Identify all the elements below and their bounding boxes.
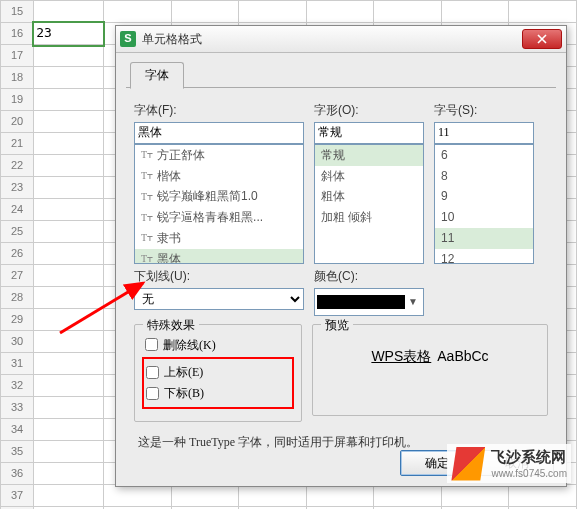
color-label: 颜色(C): <box>314 268 424 285</box>
row-header[interactable]: 16 <box>1 23 34 45</box>
watermark: 飞沙系统网 www.fs0745.com <box>447 444 571 483</box>
cell[interactable] <box>306 485 374 507</box>
font-label: 字体(F): <box>134 102 304 119</box>
superscript-checkbox[interactable]: 上标(E) <box>146 364 290 381</box>
row-header[interactable]: 37 <box>1 485 34 507</box>
cell[interactable] <box>34 309 104 331</box>
list-item[interactable]: 粗体 <box>315 186 423 207</box>
row-header[interactable]: 35 <box>1 441 34 463</box>
style-input[interactable] <box>314 122 424 144</box>
editing-cell[interactable]: 23 <box>34 23 104 45</box>
dialog-titlebar[interactable]: S 单元格格式 <box>116 26 566 53</box>
row-header[interactable]: 29 <box>1 309 34 331</box>
list-item[interactable]: 8 <box>435 166 533 187</box>
cell[interactable] <box>239 1 307 23</box>
row-header[interactable]: 33 <box>1 397 34 419</box>
cell[interactable] <box>34 243 104 265</box>
cell[interactable] <box>171 485 239 507</box>
close-icon <box>537 34 547 44</box>
cell[interactable] <box>34 111 104 133</box>
list-item[interactable]: Tᴛ黑体 <box>135 249 303 264</box>
row-header[interactable]: 22 <box>1 155 34 177</box>
cell[interactable] <box>34 397 104 419</box>
row-header[interactable]: 23 <box>1 177 34 199</box>
close-button[interactable] <box>522 29 562 49</box>
cell[interactable] <box>34 419 104 441</box>
cell[interactable] <box>171 1 239 23</box>
cell[interactable] <box>103 485 171 507</box>
row-header[interactable]: 15 <box>1 1 34 23</box>
cell[interactable] <box>34 155 104 177</box>
list-item[interactable]: 加粗 倾斜 <box>315 207 423 228</box>
cell[interactable] <box>441 485 509 507</box>
list-item[interactable]: 10 <box>435 207 533 228</box>
cell[interactable] <box>34 375 104 397</box>
size-input[interactable] <box>434 122 534 144</box>
list-item[interactable]: 6 <box>435 145 533 166</box>
list-item[interactable]: 斜体 <box>315 166 423 187</box>
row-header[interactable]: 21 <box>1 133 34 155</box>
font-color-picker[interactable]: ▼ <box>314 288 424 316</box>
cell[interactable] <box>34 133 104 155</box>
cell[interactable] <box>374 485 442 507</box>
dialog-title: 单元格格式 <box>142 31 522 48</box>
row-header[interactable]: 36 <box>1 463 34 485</box>
effects-group: 特殊效果 删除线(K) 上标(E) 下标(B) <box>134 324 302 422</box>
underline-select[interactable]: 无 <box>134 288 304 310</box>
row-header[interactable]: 18 <box>1 67 34 89</box>
cell[interactable] <box>34 221 104 243</box>
row-header[interactable]: 24 <box>1 199 34 221</box>
cell[interactable] <box>34 89 104 111</box>
cell[interactable] <box>509 485 577 507</box>
tab-font[interactable]: 字体 <box>130 62 184 89</box>
cell[interactable] <box>34 45 104 67</box>
cell[interactable] <box>239 485 307 507</box>
list-item[interactable]: 11 <box>435 228 533 249</box>
row-header[interactable]: 31 <box>1 353 34 375</box>
list-item[interactable]: Tᴛ隶书 <box>135 228 303 249</box>
row-header[interactable]: 20 <box>1 111 34 133</box>
font-listbox[interactable]: Tᴛ方正舒体Tᴛ楷体Tᴛ锐字巅峰粗黑简1.0Tᴛ锐字逼格青春粗黑...Tᴛ隶书T… <box>134 144 304 264</box>
font-input[interactable] <box>134 122 304 144</box>
cell[interactable] <box>34 67 104 89</box>
cell[interactable] <box>34 463 104 485</box>
style-listbox[interactable]: 常规斜体粗体加粗 倾斜 <box>314 144 424 264</box>
row-header[interactable]: 32 <box>1 375 34 397</box>
size-listbox[interactable]: 689101112 <box>434 144 534 264</box>
row-header[interactable]: 28 <box>1 287 34 309</box>
cell[interactable] <box>34 265 104 287</box>
cell[interactable] <box>34 441 104 463</box>
row-header[interactable]: 25 <box>1 221 34 243</box>
cell[interactable] <box>34 177 104 199</box>
list-item[interactable]: 12 <box>435 249 533 264</box>
watermark-logo <box>451 447 485 481</box>
list-item[interactable]: Tᴛ锐字逼格青春粗黑... <box>135 207 303 228</box>
cell[interactable] <box>34 331 104 353</box>
cell[interactable] <box>441 1 509 23</box>
size-label: 字号(S): <box>434 102 534 119</box>
watermark-url: www.fs0745.com <box>491 467 567 481</box>
cell[interactable] <box>34 287 104 309</box>
row-header[interactable]: 19 <box>1 89 34 111</box>
list-item[interactable]: Tᴛ锐字巅峰粗黑简1.0 <box>135 186 303 207</box>
strike-checkbox[interactable]: 删除线(K) <box>145 337 291 354</box>
subscript-checkbox[interactable]: 下标(B) <box>146 385 290 402</box>
cell[interactable] <box>103 1 171 23</box>
row-header[interactable]: 30 <box>1 331 34 353</box>
list-item[interactable]: Tᴛ方正舒体 <box>135 145 303 166</box>
cell[interactable] <box>34 1 104 23</box>
cell[interactable] <box>306 1 374 23</box>
cell[interactable] <box>34 199 104 221</box>
row-header[interactable]: 17 <box>1 45 34 67</box>
app-icon: S <box>120 31 136 47</box>
list-item[interactable]: 9 <box>435 186 533 207</box>
row-header[interactable]: 26 <box>1 243 34 265</box>
cell[interactable] <box>34 485 104 507</box>
list-item[interactable]: 常规 <box>315 145 423 166</box>
cell[interactable] <box>509 1 577 23</box>
row-header[interactable]: 27 <box>1 265 34 287</box>
cell[interactable] <box>34 353 104 375</box>
list-item[interactable]: Tᴛ楷体 <box>135 166 303 187</box>
row-header[interactable]: 34 <box>1 419 34 441</box>
cell[interactable] <box>374 1 442 23</box>
